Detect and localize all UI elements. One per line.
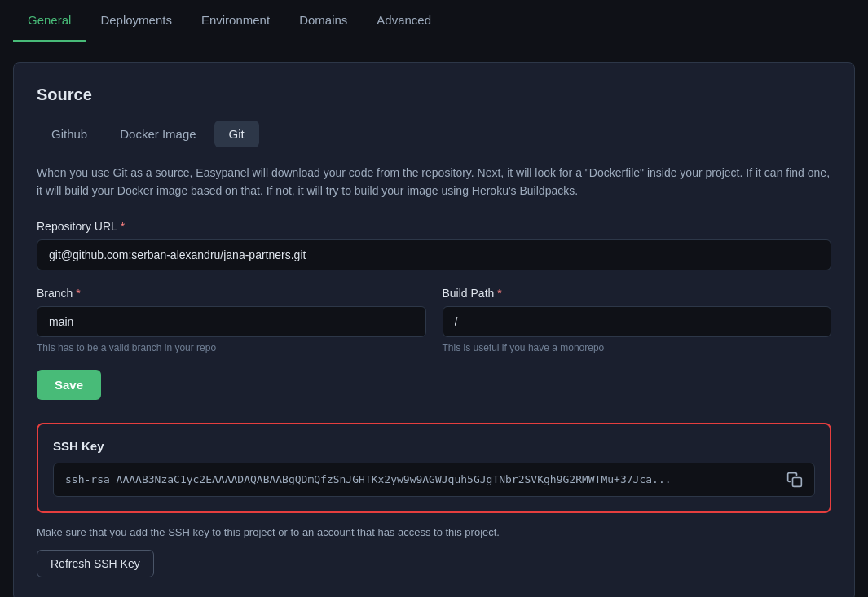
- source-card: Source Github Docker Image Git When you …: [13, 62, 855, 597]
- ssh-key-box: ssh-rsa AAAAB3NzaC1yc2EAAAADAQABAABgQDmQ…: [53, 463, 815, 497]
- branch-required: *: [76, 287, 80, 300]
- ssh-key-text: ssh-rsa AAAAB3NzaC1yc2EAAAADAQABAABgQDmQ…: [65, 473, 780, 485]
- git-description: When you use Git as a source, Easypanel …: [37, 164, 831, 200]
- source-tab-git[interactable]: Git: [214, 121, 259, 147]
- source-tab-github[interactable]: Github: [37, 121, 102, 147]
- save-button[interactable]: Save: [37, 370, 101, 400]
- card-title: Source: [37, 86, 831, 104]
- source-tab-docker[interactable]: Docker Image: [105, 121, 210, 147]
- tab-advanced[interactable]: Advanced: [362, 0, 446, 42]
- build-path-input[interactable]: [443, 306, 832, 337]
- repo-url-required: *: [121, 220, 125, 233]
- repo-url-group: Repository URL *: [37, 220, 831, 270]
- build-path-hint: This is useful if you have a monorepo: [443, 342, 832, 353]
- branch-buildpath-row: Branch * This has to be a valid branch i…: [37, 287, 831, 353]
- main-content: Source Github Docker Image Git When you …: [0, 42, 868, 597]
- top-nav: General Deployments Environment Domains …: [0, 0, 868, 42]
- build-path-group: Build Path * This is useful if you have …: [443, 287, 832, 353]
- branch-group: Branch * This has to be a valid branch i…: [37, 287, 426, 353]
- build-path-label: Build Path *: [443, 287, 832, 300]
- svg-rect-0: [793, 477, 802, 486]
- branch-hint: This has to be a valid branch in your re…: [37, 342, 426, 353]
- tab-deployments[interactable]: Deployments: [86, 0, 187, 42]
- branch-input[interactable]: [37, 306, 426, 337]
- copy-icon[interactable]: [786, 472, 803, 488]
- repo-url-label: Repository URL *: [37, 220, 831, 233]
- ssh-note: Make sure that you add the SSH key to th…: [37, 526, 831, 538]
- source-tabs: Github Docker Image Git: [37, 121, 831, 147]
- ssh-section: SSH Key ssh-rsa AAAAB3NzaC1yc2EAAAADAQAB…: [37, 423, 831, 513]
- refresh-ssh-key-button[interactable]: Refresh SSH Key: [37, 550, 154, 577]
- ssh-section-title: SSH Key: [53, 439, 815, 453]
- branch-label: Branch *: [37, 287, 426, 300]
- tab-general[interactable]: General: [13, 0, 86, 42]
- tab-domains[interactable]: Domains: [284, 0, 362, 42]
- repo-url-input[interactable]: [37, 239, 831, 270]
- build-path-required: *: [497, 287, 501, 300]
- tab-environment[interactable]: Environment: [187, 0, 284, 42]
